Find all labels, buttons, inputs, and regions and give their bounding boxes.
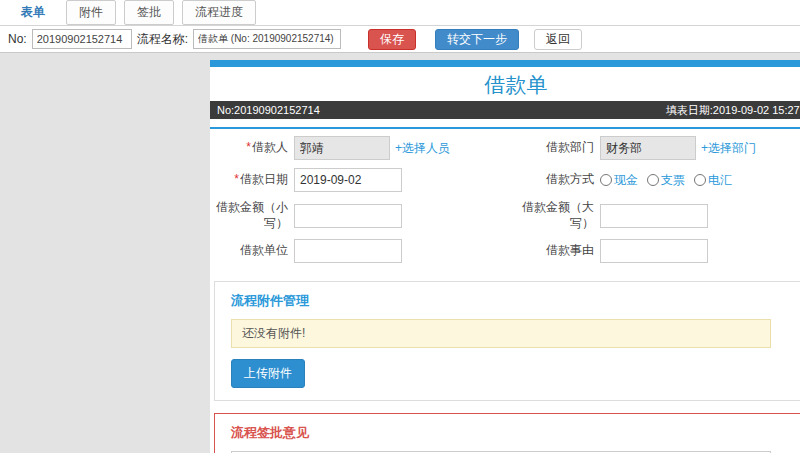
- amount-big-field: [600, 204, 708, 228]
- loan-unit-field: [294, 239, 402, 263]
- attachments-section: 流程附件管理 还没有附件! 上传附件: [214, 281, 800, 401]
- method-wire-label: 电汇: [708, 172, 732, 189]
- department-input[interactable]: [600, 136, 696, 160]
- select-person-link[interactable]: +选择人员: [395, 140, 450, 157]
- attachments-title: 流程附件管理: [231, 292, 800, 310]
- loan-date-field: [294, 168, 402, 192]
- toolbar: No: 流程名称: 保存 转交下一步 返回: [0, 26, 800, 53]
- content-area: 借款单 No:20190902152714 填表日期:2019-09-02 15…: [0, 53, 800, 453]
- form-no-text: No:20190902152714: [217, 104, 320, 116]
- amount-big-input[interactable]: [600, 204, 708, 228]
- form-row-date: *借款日期: [210, 164, 516, 196]
- loan-form: *借款人 +选择人员 借款部门 +选择部门 *借款日期: [210, 129, 800, 273]
- loan-reason-input[interactable]: [600, 239, 708, 263]
- loan-method-options: 现金 支票 电汇: [600, 172, 732, 189]
- form-row-reason: 借款事由: [516, 235, 800, 267]
- amount-small-label: 借款金额（小写）: [210, 200, 294, 231]
- loan-unit-label-text: 借款单位: [240, 243, 288, 257]
- required-mark: *: [234, 172, 239, 186]
- loan-method-label-text: 借款方式: [546, 172, 594, 186]
- method-check-radio[interactable]: [647, 174, 659, 186]
- form-title: 借款单: [210, 67, 800, 101]
- amount-small-input[interactable]: [294, 204, 402, 228]
- form-row-amount-big: 借款金额（大写）: [516, 196, 800, 235]
- department-label: 借款部门: [516, 140, 600, 156]
- loan-date-label-text: 借款日期: [240, 172, 288, 186]
- department-label-text: 借款部门: [546, 140, 594, 154]
- process-name-label: 流程名称:: [137, 31, 188, 48]
- no-input[interactable]: [32, 29, 132, 49]
- loan-date-input[interactable]: [294, 168, 402, 192]
- no-attachments-alert: 还没有附件!: [231, 319, 771, 348]
- form-row-department: 借款部门 +选择部门: [516, 132, 800, 164]
- amount-small-label-text: 借款金额（小写）: [216, 200, 288, 230]
- loan-reason-field: [600, 239, 708, 263]
- form-row-unit: 借款单位: [210, 235, 516, 267]
- loan-date-label: *借款日期: [210, 172, 294, 188]
- method-check-label: 支票: [661, 172, 685, 189]
- method-wire-radio[interactable]: [694, 174, 706, 186]
- process-name-input[interactable]: [193, 29, 341, 49]
- form-date-text: 填表日期:2019-09-02 15:27:14: [666, 103, 800, 118]
- method-cash-option[interactable]: 现金: [600, 172, 638, 189]
- loan-method-label: 借款方式: [516, 172, 600, 188]
- form-header-bar: No:20190902152714 填表日期:2019-09-02 15:27:…: [210, 101, 800, 119]
- loan-reason-label: 借款事由: [516, 243, 600, 259]
- tab-form[interactable]: 表单: [8, 0, 58, 25]
- amount-small-field: [294, 204, 402, 228]
- loan-unit-input[interactable]: [294, 239, 402, 263]
- borrower-label: *借款人: [210, 140, 294, 156]
- required-mark: *: [246, 140, 251, 154]
- loan-form-card: 借款单 No:20190902152714 填表日期:2019-09-02 15…: [210, 60, 800, 453]
- amount-big-label-text: 借款金额（大写）: [522, 200, 594, 230]
- card-top-accent: [210, 60, 800, 67]
- tab-approval[interactable]: 签批: [124, 0, 174, 25]
- method-check-option[interactable]: 支票: [647, 172, 685, 189]
- borrower-label-text: 借款人: [252, 140, 288, 154]
- tab-progress[interactable]: 流程进度: [182, 0, 256, 25]
- next-step-button[interactable]: 转交下一步: [435, 29, 519, 50]
- approval-section: 流程签批意见 B I abc A ✎ ⚓ ⚑ ≣ ≡ ⇤ ⇥: [214, 413, 800, 453]
- department-field: +选择部门: [600, 136, 756, 160]
- tab-bar: 表单 附件 签批 流程进度: [0, 0, 800, 26]
- approval-title: 流程签批意见: [231, 424, 800, 442]
- borrower-field: +选择人员: [294, 136, 450, 160]
- amount-big-label: 借款金额（大写）: [516, 200, 600, 231]
- form-row-method: 借款方式 现金 支票 电汇: [516, 164, 800, 196]
- method-cash-radio[interactable]: [600, 174, 612, 186]
- back-button[interactable]: 返回: [534, 29, 582, 50]
- method-cash-label: 现金: [614, 172, 638, 189]
- borrower-input[interactable]: [294, 136, 390, 160]
- tab-attachment[interactable]: 附件: [66, 0, 116, 25]
- loan-reason-label-text: 借款事由: [546, 243, 594, 257]
- loan-unit-label: 借款单位: [210, 243, 294, 259]
- select-department-link[interactable]: +选择部门: [701, 140, 756, 157]
- upload-attachment-button[interactable]: 上传附件: [231, 359, 305, 388]
- method-wire-option[interactable]: 电汇: [694, 172, 732, 189]
- form-row-borrower: *借款人 +选择人员: [210, 132, 516, 164]
- form-row-amount-small: 借款金额（小写）: [210, 196, 516, 235]
- save-button[interactable]: 保存: [368, 29, 416, 50]
- no-label: No:: [8, 32, 27, 46]
